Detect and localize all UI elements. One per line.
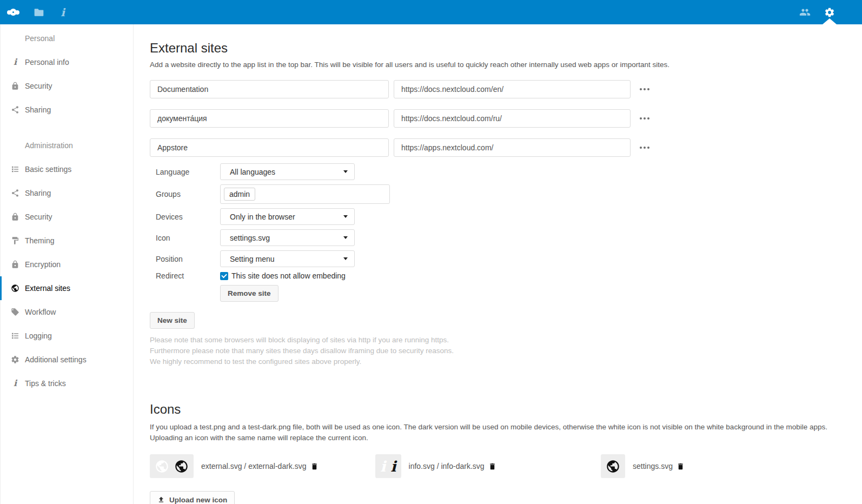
share-icon [11, 189, 19, 197]
groups-input[interactable]: admin [220, 184, 390, 204]
sidebar-item-tips-tricks[interactable]: i Tips & tricks [1, 372, 133, 395]
ellipsis-icon [640, 88, 649, 90]
remove-site-button[interactable]: Remove site [220, 285, 279, 302]
settings-menu-button[interactable] [817, 0, 841, 24]
icons-title: Icons [150, 402, 862, 417]
note-line: We highly recommend to test the configur… [150, 356, 862, 367]
sidebar-item-workflow[interactable]: Workflow [1, 300, 133, 324]
sidebar-item-logging[interactable]: Logging [1, 324, 133, 348]
position-label: Position [150, 255, 220, 263]
sidebar-item-encryption[interactable]: Encryption [1, 253, 133, 276]
files-app-button[interactable] [27, 0, 51, 24]
devices-select-value: Only in the browser [230, 213, 295, 221]
tag-icon [11, 308, 19, 316]
position-select-value: Setting menu [230, 255, 275, 263]
sidebar-item-label: Personal info [25, 58, 69, 67]
globe-icon-dark [174, 459, 189, 474]
sidebar-item-sharing-admin[interactable]: Sharing [1, 181, 133, 205]
language-select[interactable]: All languages [220, 163, 355, 180]
new-site-button[interactable]: New site [150, 312, 195, 329]
ellipsis-icon [640, 117, 649, 120]
uploaded-icon-row: i i info.svg / info-dark.svg [375, 454, 601, 478]
note-line: Furthermore please note that many sites … [150, 346, 862, 356]
site-name-input[interactable] [150, 138, 389, 157]
list-icon [11, 331, 19, 340]
sidebar-item-label: Encryption [25, 260, 61, 269]
sidebar-item-security-admin[interactable]: Security [1, 205, 133, 229]
info-icon-dark: i [390, 459, 396, 474]
chevron-down-icon [343, 257, 348, 260]
upload-new-icon-label: Upload new icon [169, 496, 227, 504]
logo-circle [15, 10, 19, 15]
site-options-button[interactable] [636, 81, 653, 97]
lock-icon [11, 213, 19, 221]
icon-preview-box [150, 454, 194, 478]
delete-icon-button[interactable] [488, 462, 496, 470]
redirect-checkbox-label[interactable]: This site does not allow embeding [231, 271, 346, 280]
icon-filename: info.svg / info-dark.svg [409, 462, 485, 470]
trash-icon [677, 462, 685, 470]
icons-description: If you upload a test.png and a test-dark… [150, 422, 831, 443]
uploaded-icon-row: external.svg / external-dark.svg [150, 454, 375, 478]
section-caption-administration: Administration [1, 134, 133, 157]
icons-description-line: If you upload a test.png and a test-dark… [150, 422, 831, 433]
site-url-input[interactable] [394, 138, 631, 157]
lock-icon [11, 260, 19, 269]
icon-filename: settings.svg [633, 462, 673, 470]
chevron-down-icon [343, 170, 348, 173]
icons-section: Icons If you upload a test.png and a tes… [150, 402, 862, 504]
folder-icon [34, 7, 44, 18]
nextcloud-logo[interactable] [7, 9, 19, 16]
site-settings-form: Language All languages Groups admin Devi… [150, 163, 862, 302]
delete-icon-button[interactable] [677, 462, 685, 470]
redirect-checkbox[interactable] [220, 272, 228, 280]
site-name-input[interactable] [150, 109, 389, 128]
sidebar-item-label: Security [25, 82, 52, 90]
sidebar-item-theming[interactable]: Theming [1, 229, 133, 253]
sidebar-item-additional-settings[interactable]: Additional settings [1, 348, 133, 372]
site-name-input[interactable] [150, 80, 389, 98]
icon-preview-box: i i [375, 454, 401, 478]
icon-select[interactable]: settings.svg [220, 229, 355, 246]
site-url-input[interactable] [394, 80, 631, 98]
notes: Please note that some browsers will bloc… [150, 335, 862, 367]
paint-roller-icon [11, 236, 19, 245]
settings-sidebar: Personal i Personal info Security Sharin… [0, 24, 134, 504]
uploaded-icon-list: external.svg / external-dark.svg i i inf… [150, 454, 862, 478]
sidebar-item-sharing-personal[interactable]: Sharing [1, 98, 133, 122]
trash-icon [310, 462, 319, 470]
icon-filename: external.svg / external-dark.svg [201, 462, 307, 470]
sidebar-item-label: Workflow [25, 308, 56, 316]
sidebar-item-label: External sites [25, 284, 70, 293]
sidebar-item-basic-settings[interactable]: Basic settings [1, 157, 133, 181]
position-select[interactable]: Setting menu [220, 250, 355, 267]
external-sites-app-button[interactable]: i [51, 0, 75, 24]
icon-label: Icon [150, 234, 220, 242]
delete-icon-button[interactable] [310, 462, 319, 470]
icon-select-value: settings.svg [230, 234, 270, 242]
settings-content: External sites Add a website directly to… [134, 24, 862, 504]
section-caption-personal: Personal [1, 26, 133, 50]
chevron-down-icon [343, 215, 348, 218]
info-icon: i [11, 58, 19, 67]
sidebar-item-personal-info[interactable]: i Personal info [1, 50, 133, 74]
share-icon [11, 105, 19, 114]
info-icon: i [61, 7, 65, 18]
site-options-button[interactable] [636, 140, 653, 156]
contacts-menu-button[interactable] [793, 0, 817, 24]
icons-description-line: Uploading an icon with the same name wil… [150, 433, 831, 443]
sidebar-item-external-sites[interactable]: External sites [1, 276, 133, 300]
groups-label: Groups [150, 190, 220, 198]
site-list [150, 80, 862, 157]
site-url-input[interactable] [394, 109, 631, 128]
sidebar-item-label: Logging [25, 331, 52, 340]
devices-select[interactable]: Only in the browser [220, 208, 355, 225]
upload-new-icon-button[interactable]: Upload new icon [150, 491, 235, 504]
gear-icon [824, 7, 835, 18]
group-chip-admin[interactable]: admin [224, 188, 255, 201]
list-icon [11, 165, 19, 174]
site-options-button[interactable] [636, 110, 653, 127]
sidebar-item-label: Security [25, 213, 52, 221]
globe-icon-light [155, 459, 169, 474]
sidebar-item-security-personal[interactable]: Security [1, 74, 133, 98]
